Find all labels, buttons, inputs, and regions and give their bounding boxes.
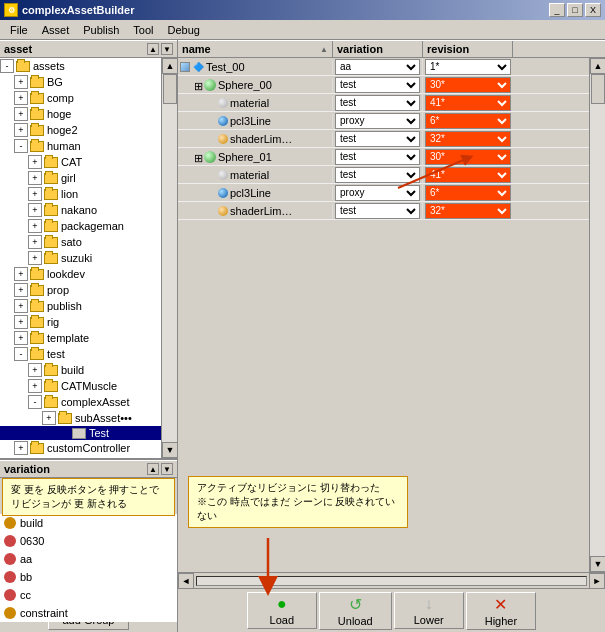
cell-variation[interactable]: test — [333, 166, 423, 184]
tree-expand-icon[interactable]: + — [28, 155, 42, 169]
tree-item[interactable]: +build — [0, 362, 161, 378]
table-row[interactable]: pcl3Lineproxy6* — [178, 112, 589, 130]
menu-asset[interactable]: Asset — [36, 23, 76, 37]
cell-variation[interactable]: aa — [333, 58, 423, 76]
tree-vscroll-up[interactable]: ▲ — [162, 58, 177, 74]
tree-expand-icon[interactable]: + — [28, 235, 42, 249]
tree-expand-icon[interactable]: + — [42, 411, 56, 425]
variation-item[interactable]: build — [0, 514, 177, 532]
tree-item[interactable]: +rig — [0, 314, 161, 330]
tree-item[interactable]: +prop — [0, 282, 161, 298]
revision-select[interactable]: 6* — [425, 185, 511, 201]
cell-revision[interactable]: 30* — [423, 76, 513, 94]
table-row[interactable]: ⊞Sphere_01test30* — [178, 148, 589, 166]
cell-variation[interactable]: test — [333, 130, 423, 148]
revision-select[interactable]: 6* — [425, 113, 511, 129]
cell-revision[interactable]: 30* — [423, 148, 513, 166]
variation-item[interactable]: cc — [0, 586, 177, 604]
cell-variation[interactable]: proxy — [333, 184, 423, 202]
tree-expand-icon[interactable]: + — [28, 219, 42, 233]
table-row[interactable]: pcl3Lineproxy6* — [178, 184, 589, 202]
revision-select[interactable]: 1* — [425, 59, 511, 75]
tree-item[interactable]: +template — [0, 330, 161, 346]
tree-expand-icon[interactable]: - — [14, 139, 28, 153]
tree-item[interactable]: Test — [0, 426, 161, 440]
table-row[interactable]: 🔷Test_00aa1* — [178, 58, 589, 76]
asset-scroll-down[interactable]: ▼ — [161, 43, 173, 55]
tree-expand-icon[interactable]: + — [14, 299, 28, 313]
close-button[interactable]: X — [585, 3, 601, 17]
tree-expand-icon[interactable]: - — [28, 395, 42, 409]
tree-item[interactable]: +hoge — [0, 106, 161, 122]
tree-item[interactable]: +comp — [0, 90, 161, 106]
tree-item[interactable]: -complexAsset — [0, 394, 161, 410]
variation-scroll-down[interactable]: ▼ — [161, 463, 173, 475]
tree-item[interactable]: +publish — [0, 298, 161, 314]
unload-button[interactable]: ↺ Unload — [319, 592, 392, 630]
variation-select[interactable]: test — [335, 149, 420, 165]
tree-item[interactable]: +CAT — [0, 154, 161, 170]
tree-expand-icon[interactable]: + — [14, 315, 28, 329]
tree-expand-icon[interactable]: + — [14, 107, 28, 121]
variation-item[interactable]: constraint — [0, 604, 177, 622]
cell-revision[interactable]: 41* — [423, 166, 513, 184]
variation-select[interactable]: aa — [335, 59, 420, 75]
variation-select[interactable]: test — [335, 203, 420, 219]
horizontal-scrollbar[interactable]: ◄ ► — [178, 572, 605, 588]
table-row[interactable]: materialtest41* — [178, 166, 589, 184]
asset-scroll-up[interactable]: ▲ — [147, 43, 159, 55]
tree-item[interactable]: -test — [0, 346, 161, 362]
variation-select[interactable]: test — [335, 167, 420, 183]
tree-item[interactable]: -human — [0, 138, 161, 154]
table-row[interactable]: materialtest41* — [178, 94, 589, 112]
tree-item[interactable]: +suzuki — [0, 250, 161, 266]
tree-expand-icon[interactable]: + — [14, 123, 28, 137]
variation-scroll-up[interactable]: ▲ — [147, 463, 159, 475]
cell-revision[interactable]: 32* — [423, 130, 513, 148]
menu-tool[interactable]: Tool — [127, 23, 159, 37]
revision-select[interactable]: 41* — [425, 167, 511, 183]
variation-select[interactable]: proxy — [335, 185, 420, 201]
tree-item[interactable]: +packageman — [0, 218, 161, 234]
revision-select[interactable]: 32* — [425, 131, 511, 147]
tree-item[interactable]: +sato — [0, 234, 161, 250]
tree-item[interactable]: +customController — [0, 440, 161, 456]
cell-variation[interactable]: test — [333, 76, 423, 94]
minimize-button[interactable]: _ — [549, 3, 565, 17]
right-vscroll-down[interactable]: ▼ — [590, 556, 605, 572]
tree-expand-icon[interactable]: + — [14, 331, 28, 345]
tree-expand-icon[interactable]: + — [28, 203, 42, 217]
tree-item[interactable]: +hoge2 — [0, 122, 161, 138]
tree-expand-icon[interactable]: + — [28, 187, 42, 201]
hscroll-left[interactable]: ◄ — [178, 573, 194, 589]
tree-expand-icon[interactable]: + — [28, 171, 42, 185]
revision-select[interactable]: 32* — [425, 203, 511, 219]
tree-expand-icon[interactable]: + — [28, 363, 42, 377]
higher-button[interactable]: ✕ Higher — [466, 592, 536, 630]
cell-variation[interactable]: test — [333, 202, 423, 220]
maximize-button[interactable]: □ — [567, 3, 583, 17]
cell-revision[interactable]: 6* — [423, 112, 513, 130]
tree-item[interactable]: -assets — [0, 58, 161, 74]
tree-item[interactable]: +CATMuscle — [0, 378, 161, 394]
variation-item[interactable]: aa — [0, 550, 177, 568]
tree-expand-icon[interactable]: - — [0, 59, 14, 73]
load-button[interactable]: ● Load — [247, 592, 317, 629]
variation-item[interactable]: bb — [0, 568, 177, 586]
menu-publish[interactable]: Publish — [77, 23, 125, 37]
tree-expand-icon[interactable]: + — [14, 441, 28, 455]
tree-item[interactable]: +lion — [0, 186, 161, 202]
tree-expand-icon[interactable]: + — [14, 91, 28, 105]
tree-expand-icon[interactable]: - — [14, 347, 28, 361]
revision-select[interactable]: 41* — [425, 95, 511, 111]
cell-variation[interactable]: proxy — [333, 112, 423, 130]
tree-item[interactable]: +subAsset••• — [0, 410, 161, 426]
tree-expand-icon[interactable]: + — [14, 283, 28, 297]
revision-select[interactable]: 30* — [425, 77, 511, 93]
tree-expand-icon[interactable]: + — [28, 251, 42, 265]
tree-vscroll-down[interactable]: ▼ — [162, 442, 177, 458]
cell-revision[interactable]: 32* — [423, 202, 513, 220]
tree-item[interactable]: +girl — [0, 170, 161, 186]
menu-file[interactable]: File — [4, 23, 34, 37]
cell-revision[interactable]: 1* — [423, 58, 513, 76]
